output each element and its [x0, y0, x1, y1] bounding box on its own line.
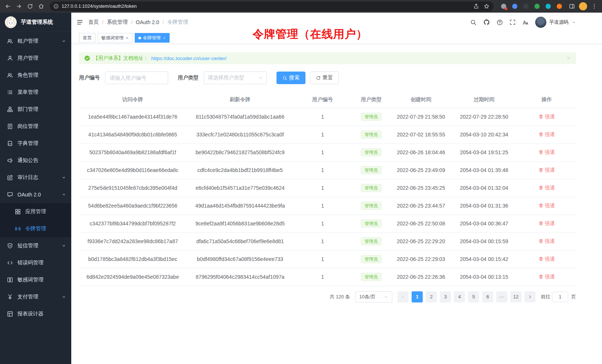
sidebar-item-sms[interactable]: 短信管理: [0, 237, 71, 254]
page-size-select[interactable]: 10条/页: [355, 291, 392, 302]
token-table: 访问令牌刷新令牌用户编号用户类型创建时间过期时间操作 1ea5e44f8bc14…: [79, 92, 576, 286]
page-button[interactable]: 6: [482, 291, 493, 302]
next-page-button[interactable]: [524, 291, 536, 302]
sidebar-item-error-code[interactable]: 错误码管理: [0, 254, 71, 271]
force-logout-button[interactable]: 强退: [539, 256, 555, 262]
force-logout-button[interactable]: 强退: [539, 202, 555, 209]
sidebar-item-report-designer[interactable]: 报表设计器: [0, 305, 71, 322]
force-logout-button[interactable]: 强退: [539, 131, 555, 138]
extension-teal-icon[interactable]: [544, 2, 552, 10]
github-icon: [483, 19, 490, 26]
prev-page-button[interactable]: [397, 291, 409, 302]
sidebar-item-menu[interactable]: 菜单管理: [0, 84, 71, 101]
sidebar-item-oauth2[interactable]: OAuth 2.0: [0, 186, 71, 203]
tab-close-icon[interactable]: [163, 36, 166, 40]
app-logo[interactable]: 芋道管理系统: [0, 13, 71, 32]
fullscreen-icon[interactable]: [510, 19, 516, 25]
sidebar-subitem-app-mgmt[interactable]: 应用管理: [0, 203, 71, 220]
sidebar-item-tenant[interactable]: 租户管理: [0, 33, 71, 50]
sidebar-item-role[interactable]: 角色管理: [0, 67, 71, 84]
access-token-cell: 6d842e2924594de9a09e45e087323abe: [79, 268, 186, 286]
sidebar-item-audit-log[interactable]: 审计日志: [0, 169, 71, 186]
expire-time-cell: 2054-03-04 01:35:48: [451, 161, 517, 179]
access-token-cell: f9336e7c7dd242a283ee98dc86b17a87: [79, 232, 186, 250]
user-id-cell: 1: [294, 197, 351, 215]
breadcrumb: 首页/系统管理/OAuth 2.0/令牌管理: [88, 19, 188, 26]
bookmark-star-icon[interactable]: [482, 1, 491, 11]
alert-link[interactable]: https://doc.iocoder.cn/user-center/: [151, 56, 227, 61]
more-pages-button[interactable]: ···: [496, 291, 507, 302]
close-icon: [125, 36, 129, 40]
browser-forward-button[interactable]: [14, 1, 24, 11]
tab-close-icon[interactable]: [125, 36, 129, 40]
page-button[interactable]: 4: [454, 291, 465, 302]
address-bar[interactable]: 127.0.0.1:1024/system/oauth2/token: [50, 1, 494, 11]
extension-gray-icon[interactable]: [500, 2, 508, 10]
force-logout-button[interactable]: 强退: [539, 274, 555, 280]
kebab-icon: [591, 3, 597, 9]
sidebar-item-post[interactable]: 岗位管理: [0, 118, 71, 135]
help-icon[interactable]: [497, 19, 503, 26]
site-info-icon[interactable]: [53, 4, 59, 9]
browser-reload-button[interactable]: [25, 1, 35, 11]
user-type-badge: 管理员: [361, 255, 382, 263]
sidebar-subitem-token-mgmt[interactable]: 令牌管理: [0, 220, 71, 237]
extension-blue-icon[interactable]: [511, 2, 519, 10]
extension-dark-icon[interactable]: [522, 2, 530, 10]
created-time-cell: 2022-06-25 22:26:36: [391, 268, 451, 286]
extension-orange-icon[interactable]: [555, 2, 563, 10]
access-token-cell: c342377bf8b344799dcbf7bf095287f2: [79, 215, 186, 232]
reset-button[interactable]: 重置: [310, 72, 339, 84]
browser-profile-avatar[interactable]: [578, 1, 588, 11]
tab-item[interactable]: 敏感词管理: [98, 33, 132, 43]
sidebar-item-payment[interactable]: 支付管理: [0, 288, 71, 305]
table-row: f9336e7c7dd242a283ee98dc86b17a87 dfa6c71…: [79, 232, 576, 250]
chevron-down-icon: [62, 295, 66, 299]
font-size-icon[interactable]: [522, 19, 529, 26]
table-row: c347026e805e4d99b0d116eae66eda8c cdfc4ce…: [79, 161, 576, 179]
goto-page-input[interactable]: [552, 292, 568, 302]
search-icon[interactable]: [470, 19, 477, 26]
sidebar-item-label: 审计日志: [17, 174, 38, 181]
user-type-select[interactable]: 请选择用户类型: [204, 72, 267, 84]
sidebar-item-dict[interactable]: 字典管理: [0, 135, 71, 152]
side-panel-icon[interactable]: [567, 1, 577, 11]
tab-item[interactable]: 首页: [79, 33, 95, 43]
alert-close-icon[interactable]: [566, 56, 571, 60]
user-id-input[interactable]: [105, 72, 168, 84]
page-button[interactable]: 5: [468, 291, 479, 302]
user-type-placeholder: 请选择用户类型: [208, 75, 244, 81]
force-logout-button[interactable]: 强退: [539, 149, 555, 156]
user-menu[interactable]: 芋道源码: [535, 17, 576, 28]
force-logout-button[interactable]: 强退: [539, 220, 555, 227]
sidebar-item-notice[interactable]: 通知公告: [0, 152, 71, 169]
force-logout-button[interactable]: 强退: [539, 238, 555, 245]
force-logout-button[interactable]: 强退: [539, 185, 555, 191]
column-header: 过期时间: [451, 92, 517, 108]
github-icon[interactable]: [483, 19, 490, 26]
search-icon: [282, 76, 287, 80]
page-button[interactable]: 3: [440, 291, 451, 302]
sidebar-item-dept[interactable]: 部门管理: [0, 101, 71, 118]
page-button[interactable]: 12: [510, 291, 521, 302]
page-button[interactable]: 2: [426, 291, 437, 302]
breadcrumb-separator: /: [102, 19, 104, 25]
search-button[interactable]: 搜索: [277, 72, 305, 84]
tab-item[interactable]: 令牌管理: [135, 33, 170, 43]
breadcrumb-item[interactable]: 系统管理: [107, 19, 128, 26]
user-id-cell: 1: [294, 179, 351, 197]
breadcrumb-item[interactable]: OAuth 2.0: [136, 19, 159, 25]
sidebar-toggle-button[interactable]: [76, 19, 83, 26]
breadcrumb-item[interactable]: 首页: [88, 19, 99, 26]
extension-green-icon[interactable]: [533, 2, 541, 10]
browser-menu-button[interactable]: [589, 1, 599, 11]
browser-back-button[interactable]: [3, 1, 13, 11]
share-icon[interactable]: [471, 1, 481, 11]
force-logout-button[interactable]: 强退: [539, 167, 555, 173]
sidebar-item-sensitive-word[interactable]: 敏感词管理: [0, 271, 71, 288]
force-logout-button[interactable]: 强退: [539, 113, 555, 120]
sidebar-item-user[interactable]: 用户管理: [0, 50, 71, 67]
page-button[interactable]: 1: [412, 291, 423, 302]
browser-home-button[interactable]: [36, 1, 46, 11]
access-token-cell: 275e5de9151045fe87cbdc395e004f4d: [79, 179, 186, 197]
